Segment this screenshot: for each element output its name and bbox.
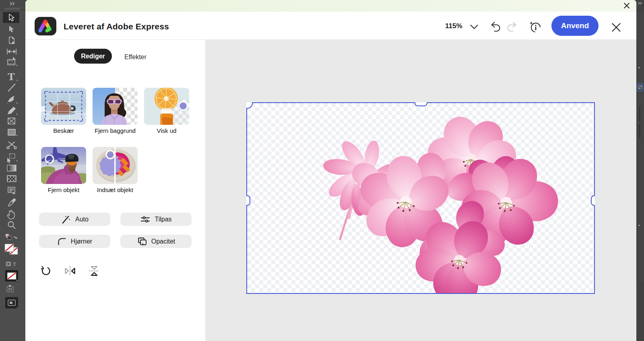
svg-text:T: T	[13, 261, 16, 267]
svg-text:T: T	[8, 71, 14, 83]
